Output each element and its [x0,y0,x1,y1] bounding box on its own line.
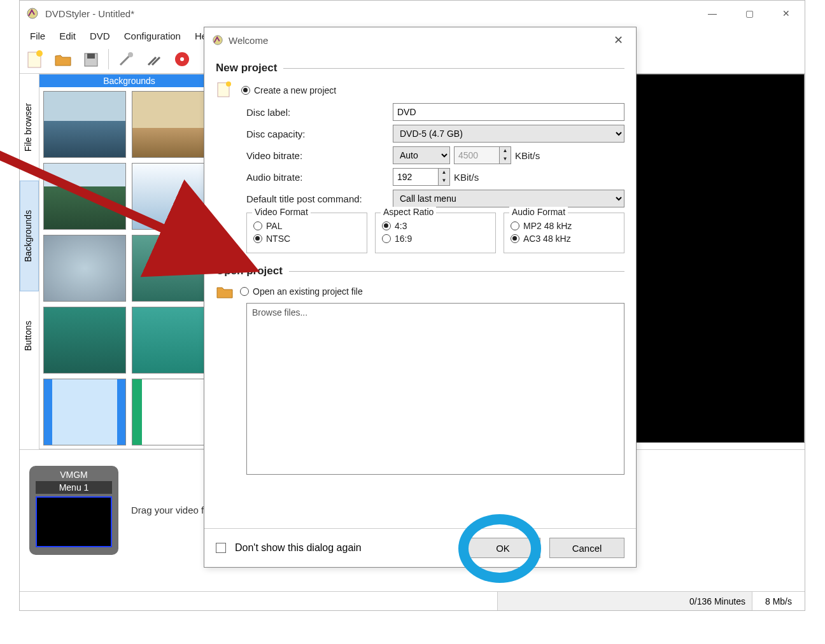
video-format-group: Video Format PAL NTSC [246,213,367,253]
svg-point-0 [27,8,38,18]
spin-up-icon[interactable]: ▲ [500,147,511,155]
window-title: DVDStyler - Untitled* [45,8,134,19]
titlebar: DVDStyler - Untitled* — ▢ ✕ [20,1,805,26]
radio-ac3[interactable]: AC3 48 kHz [511,234,617,244]
aspect-ratio-group: Aspect Ratio 4:3 16:9 [375,213,496,253]
dialog-titlebar: Welcome ✕ [204,27,636,53]
status-bitrate: 8 Mb/s [752,592,805,610]
spin-down-icon[interactable]: ▼ [500,155,511,164]
disc-label-input[interactable] [393,103,624,121]
backgrounds-panel: Backgrounds [39,74,220,449]
toolbar-separator [108,49,109,69]
toolbar-wand-icon[interactable] [113,46,139,72]
status-progress: 0/136 Minutes [497,592,752,610]
background-thumb[interactable] [132,163,215,230]
new-project-heading: New project [216,62,624,74]
cancel-button[interactable]: Cancel [549,538,624,558]
menu-edit[interactable]: Edit [53,28,82,44]
menu-file[interactable]: File [24,28,52,44]
svg-point-5 [128,52,133,57]
radio-create-new[interactable]: Create a new project [241,85,336,95]
recent-files-list[interactable]: Browse files... [246,303,624,475]
dialog-footer: Don't show this dialog again OK Cancel [204,528,636,567]
disc-capacity-label: Disc capacity: [246,129,386,139]
dialog-title: Welcome [229,35,268,46]
audio-bitrate-label: Audio bitrate: [246,172,386,183]
background-thumb[interactable] [132,91,215,158]
tab-buttons[interactable]: Buttons [20,291,39,380]
minimize-button[interactable]: — [694,1,731,26]
background-thumb[interactable] [43,163,126,230]
radio-pal[interactable]: PAL [253,221,360,231]
audio-bitrate-spinner[interactable]: ▲▼ [393,168,450,186]
backgrounds-header: Backgrounds [39,74,219,87]
side-tabs: File browser Backgrounds Buttons [20,74,39,449]
video-bitrate-mode-select[interactable]: Auto [393,146,450,164]
dialog-close-icon[interactable]: ✕ [609,31,628,50]
ok-button[interactable]: OK [465,538,540,558]
disc-capacity-select[interactable]: DVD-5 (4.7 GB) [393,125,624,143]
folder-icon [216,284,234,299]
toolbar-tools-icon[interactable] [141,46,167,72]
menu-dvd[interactable]: DVD [83,28,116,44]
dont-show-label: Don't show this dialog again [235,542,362,554]
open-existing-row: Open an existing project file [216,284,624,299]
svg-point-2 [36,50,43,57]
open-project-heading: Open project [216,265,624,277]
toolbar-open-icon[interactable] [50,46,76,72]
statusbar: 0/136 Minutes 8 Mb/s [20,591,805,610]
svg-point-7 [180,57,184,61]
tab-file-browser[interactable]: File browser [20,74,39,181]
radio-4-3[interactable]: 4:3 [382,221,489,231]
new-project-icon [216,81,235,99]
post-command-label: Default title post command: [246,193,386,204]
menu-label: Menu 1 [36,481,112,494]
close-button[interactable]: ✕ [768,1,805,26]
video-bitrate-spinner[interactable]: ▲▼ [454,146,511,164]
tab-backgrounds[interactable]: Backgrounds [20,181,39,291]
background-thumb[interactable] [43,91,126,158]
radio-mp2[interactable]: MP2 48 kHz [511,221,617,231]
svg-rect-4 [87,53,95,59]
browse-files-item[interactable]: Browse files... [252,307,307,318]
dialog-icon [212,34,223,46]
dialog-body: New project Create a new project Disc la… [204,53,636,528]
menu-thumbnail[interactable] [36,496,112,547]
vmgm-card[interactable]: VMGM Menu 1 [29,466,118,555]
background-thumb[interactable] [132,235,215,302]
spin-up-icon[interactable]: ▲ [439,169,449,177]
background-thumb[interactable] [132,379,215,445]
maximize-button[interactable]: ▢ [731,1,768,26]
format-groups: Video Format PAL NTSC Aspect Ratio 4:3 1… [246,213,624,253]
spin-down-icon[interactable]: ▼ [439,177,449,185]
backgrounds-grid [39,87,219,449]
toolbar-save-icon[interactable] [78,46,104,72]
background-thumb[interactable] [43,235,126,302]
kbits-label: KBit/s [515,150,540,161]
video-bitrate-label: Video bitrate: [246,150,386,161]
menu-configuration[interactable]: Configuration [118,28,187,44]
radio-open-existing[interactable]: Open an existing project file [240,286,363,297]
background-thumb[interactable] [43,379,126,445]
background-thumb[interactable] [43,307,126,374]
status-minutes: 0/136 Minutes [689,596,745,606]
audio-format-group: Audio Format MP2 48 kHz AC3 48 kHz [504,213,624,253]
window-controls: — ▢ ✕ [694,1,805,26]
background-thumb[interactable] [132,307,215,374]
dont-show-checkbox[interactable] [216,543,226,553]
vmgm-label: VMGM [36,470,112,480]
svg-point-8 [213,36,222,45]
kbits-label: KBit/s [454,172,479,183]
welcome-dialog: Welcome ✕ New project Create a new proje… [204,27,637,568]
toolbar-burn-icon[interactable] [169,46,195,72]
post-command-select[interactable]: Call last menu [393,190,624,207]
svg-point-10 [226,81,231,87]
create-new-row: Create a new project [216,81,624,99]
radio-16-9[interactable]: 16:9 [382,234,489,244]
toolbar-new-icon[interactable] [22,46,48,72]
radio-ntsc[interactable]: NTSC [253,234,360,244]
app-icon [26,7,39,20]
disc-label-label: Disc label: [246,107,386,118]
